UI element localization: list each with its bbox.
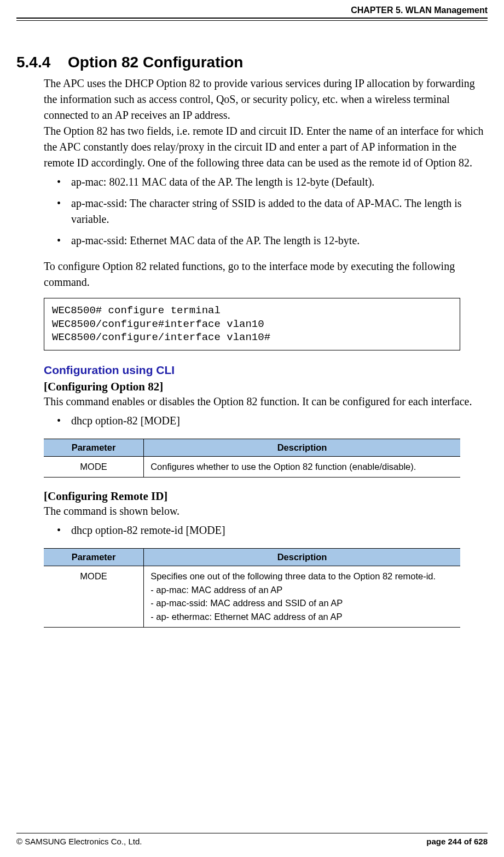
list-item: ap-mac-ssid: The character string of SSI… (55, 195, 488, 227)
content: 5.4.4 Option 82 Configuration The APC us… (16, 21, 488, 833)
sub1-title: [Configuring Option 82] (44, 380, 488, 394)
table-cell-desc: Specifies one out of the following three… (144, 566, 460, 627)
sub1-desc: This command enables or disables the Opt… (44, 394, 488, 410)
table-cell-param: MODE (44, 566, 144, 627)
list-item: dhcp option-82 remote-id [MODE] (55, 522, 488, 538)
table-header-description: Description (144, 439, 460, 457)
table-header-description: Description (144, 548, 460, 566)
footer-page-number: page 244 of 628 (426, 837, 488, 846)
sub1-cmd-list: dhcp option-82 [MODE] (55, 413, 488, 429)
list-item: ap-mac: 802.11 MAC data of the AP. The l… (55, 174, 488, 190)
table-cell-param: MODE (44, 457, 144, 478)
sub2-title: [Configuring Remote ID] (44, 490, 488, 503)
intro-paragraph-2: The Option 82 has two fields, i.e. remot… (44, 123, 488, 171)
page-footer: © SAMSUNG Electronics Co., Ltd. page 244… (16, 833, 488, 846)
page-header-chapter: CHAPTER 5. WLAN Management (16, 5, 488, 18)
footer-copyright: © SAMSUNG Electronics Co., Ltd. (16, 837, 142, 846)
intro-bullet-list: ap-mac: 802.11 MAC data of the AP. The l… (55, 174, 488, 249)
sub2-param-table: Parameter Description MODE Specifies one… (44, 548, 460, 628)
section-heading: 5.4.4 Option 82 Configuration (0, 54, 488, 71)
cli-heading: Configuration using CLI (44, 364, 488, 377)
intro-paragraph-1: The APC uses the DHCP Option 82 to provi… (44, 76, 488, 123)
section-number: 5.4.4 (16, 54, 50, 71)
list-item: ap-mac-ssid: Ethernet MAC data of the AP… (55, 233, 488, 249)
config-instruction: To configure Option 82 related functions… (44, 258, 488, 290)
table-cell-desc: Configures whether to use the Option 82 … (144, 457, 460, 478)
table-header-parameter: Parameter (44, 439, 144, 457)
sub2-cmd-list: dhcp option-82 remote-id [MODE] (55, 522, 488, 538)
code-block: WEC8500# configure terminal WEC8500/conf… (44, 298, 460, 350)
sub1-param-table: Parameter Description MODE Configures wh… (44, 439, 460, 478)
section-title: Option 82 Configuration (68, 54, 243, 71)
table-row: MODE Specifies one out of the following … (44, 566, 460, 627)
sub2-desc: The command is shown below. (44, 503, 488, 519)
table-header-parameter: Parameter (44, 548, 144, 566)
page: CHAPTER 5. WLAN Management 5.4.4 Option … (0, 0, 504, 857)
table-row: MODE Configures whether to use the Optio… (44, 457, 460, 478)
list-item: dhcp option-82 [MODE] (55, 413, 488, 429)
